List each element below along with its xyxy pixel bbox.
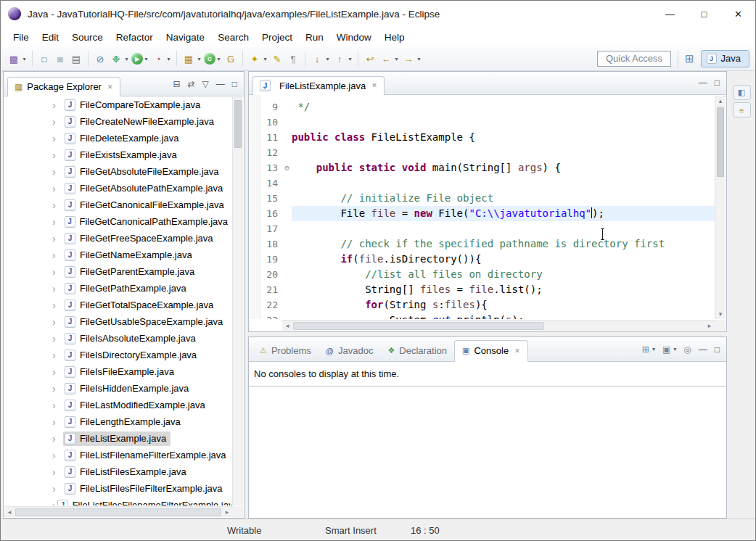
scrollbar-thumb[interactable]	[234, 100, 242, 148]
expand-arrow-icon[interactable]: ›	[52, 333, 63, 344]
editor-vertical-scrollbar[interactable]: ▴ ▾	[715, 96, 726, 319]
expand-arrow-icon[interactable]: ›	[52, 266, 63, 278]
code-line[interactable]: 10	[250, 115, 715, 130]
expand-arrow-icon[interactable]: ›	[52, 483, 63, 495]
scroll-left-icon[interactable]: ◂	[282, 322, 292, 329]
expand-arrow-icon[interactable]: ›	[52, 450, 63, 461]
package-explorer-horizontal-scrollbar[interactable]: ◂ ▸	[4, 506, 232, 517]
code-line[interactable]: 19 if(file.isDirectory()){	[250, 252, 715, 267]
forward-icon[interactable]: →	[401, 51, 416, 66]
new-wizard-icon[interactable]: ▩	[7, 51, 21, 66]
tree-item[interactable]: ›JFileGetNameExample.java	[4, 247, 232, 263]
maximize-button[interactable]: □	[687, 1, 721, 27]
menu-project[interactable]: Project	[255, 28, 299, 46]
code-line[interactable]: 20 //list all files on directory	[250, 267, 715, 282]
tree-item[interactable]: ›JFileIsAbsoluteExample.java	[4, 330, 232, 347]
code-line[interactable]: 18 // check if the specified pathname is…	[250, 236, 715, 252]
expand-arrow-icon[interactable]: ›	[52, 416, 63, 428]
code-line[interactable]: 12	[250, 145, 715, 160]
tree-item[interactable]: ›JFileGetCanonicalFileExample.java	[4, 197, 232, 213]
save-icon[interactable]: ◘	[37, 51, 52, 66]
expand-arrow-icon[interactable]: ›	[52, 316, 63, 328]
show-whitespace-icon[interactable]: ¶	[286, 51, 300, 66]
menu-window[interactable]: Window	[330, 28, 378, 46]
menu-refactor[interactable]: Refactor	[110, 28, 160, 46]
expand-arrow-icon[interactable]: ›	[52, 216, 63, 228]
pin-console-icon[interactable]: ◎	[683, 345, 691, 354]
expand-arrow-icon[interactable]: ›	[52, 400, 63, 411]
code-line[interactable]: 11public class FileListExample {	[250, 130, 715, 145]
code-line[interactable]: 21 String[] files = file.list();	[250, 282, 715, 297]
tree-item[interactable]: ›JFileLengthExample.java	[4, 413, 232, 430]
scroll-right-icon[interactable]: ▸	[704, 322, 715, 329]
run-icon[interactable]: ▶	[131, 53, 143, 65]
tree-item[interactable]: ›JFileCompareToExample.java	[4, 96, 232, 113]
expand-arrow-icon[interactable]: ›	[52, 233, 63, 244]
search-icon-dropdown[interactable]: ▾	[262, 56, 268, 62]
minimize-view-icon[interactable]: —	[699, 345, 707, 354]
expand-arrow-icon[interactable]: ›	[52, 199, 63, 211]
print-icon[interactable]: ▤	[69, 51, 83, 66]
debug-icon[interactable]: ❉	[109, 51, 123, 66]
menu-edit[interactable]: Edit	[36, 28, 65, 46]
status-cursor-position[interactable]: 16 : 50	[411, 525, 440, 536]
maximize-view-icon[interactable]: □	[715, 78, 720, 87]
scrollbar-thumb[interactable]	[293, 322, 544, 330]
menu-run[interactable]: Run	[299, 28, 330, 46]
next-annotation-icon[interactable]: ↓	[310, 51, 324, 66]
fold-collapse-icon[interactable]: ⊖	[282, 160, 292, 175]
expand-arrow-icon[interactable]: ›	[52, 350, 63, 361]
console-tab-console[interactable]: ▣Console✕	[454, 340, 528, 362]
tree-item[interactable]: ›JFileListFilesFileFilterExample.java	[4, 480, 232, 497]
new-java-project-icon[interactable]: ▦	[181, 51, 196, 66]
next-annotation-icon-dropdown[interactable]: ▾	[324, 56, 331, 62]
minimize-button[interactable]: —	[653, 1, 687, 27]
menu-search[interactable]: Search	[211, 28, 255, 46]
outline-view-icon[interactable]: ≡	[733, 102, 751, 117]
new-java-class-icon-dropdown[interactable]: ▾	[215, 56, 222, 62]
expand-arrow-icon[interactable]: ›	[52, 466, 63, 478]
code-line[interactable]: 22 for(String s:files){	[250, 297, 715, 313]
expand-arrow-icon[interactable]: ›	[52, 133, 63, 144]
open-type-icon[interactable]: G	[223, 51, 238, 66]
run-icon-dropdown[interactable]: ▾	[143, 56, 149, 62]
scroll-down-icon[interactable]: ▾	[715, 310, 726, 318]
forward-icon-dropdown[interactable]: ▾	[416, 56, 422, 62]
tree-item[interactable]: ›JFileLastModifiedExample.java	[4, 397, 232, 413]
scroll-left-icon[interactable]: ◂	[4, 508, 15, 516]
expand-arrow-icon[interactable]: ›	[52, 149, 63, 161]
mark-occurrences-icon[interactable]: ✎	[270, 51, 284, 66]
maximize-view-icon[interactable]: □	[232, 80, 237, 88]
view-menu-icon[interactable]: ▽	[202, 80, 209, 88]
expand-arrow-icon[interactable]: ›	[52, 383, 63, 395]
previous-annotation-icon-dropdown[interactable]: ▾	[347, 56, 353, 62]
display-console-icon-dropdown[interactable]: ▾	[673, 347, 676, 352]
tree-item[interactable]: ›JFileGetAbsoluteFileExample.java	[4, 163, 232, 180]
expand-arrow-icon[interactable]: ›	[52, 99, 63, 111]
debug-icon-dropdown[interactable]: ▾	[123, 56, 130, 62]
tree-item[interactable]: ›JFileGetPathExample.java	[4, 280, 232, 297]
skip-breakpoints-icon[interactable]: ⊘	[93, 51, 107, 66]
tree-item[interactable]: ›JFileGetAbsolutePathExample.java	[4, 180, 232, 197]
code-line[interactable]: 15 // initialize File object	[250, 191, 715, 206]
code-line[interactable]: 13⊖ public static void main(String[] arg…	[250, 160, 715, 175]
tree-item[interactable]: ›JFileGetTotalSpaceExample.java	[4, 297, 232, 313]
tree-item[interactable]: ›JFileListFilesFilenameFilterExample.jav…	[4, 497, 232, 505]
quick-access-box[interactable]: Quick Access	[597, 51, 671, 67]
expand-arrow-icon[interactable]: ›	[52, 433, 63, 445]
coverage-icon-dropdown[interactable]: ▾	[165, 56, 172, 62]
restore-views-icon[interactable]: ◧	[733, 85, 751, 100]
code-line[interactable]: 9 */	[250, 99, 715, 115]
tree-item[interactable]: ›JFileGetParentExample.java	[4, 263, 232, 280]
expand-arrow-icon[interactable]: ›	[52, 116, 63, 128]
tree-item[interactable]: ›JFileListExample.java	[4, 430, 232, 447]
save-all-icon[interactable]: ◙	[53, 51, 67, 66]
expand-arrow-icon[interactable]: ›	[52, 183, 63, 194]
new-console-icon-dropdown[interactable]: ▾	[652, 347, 655, 352]
previous-annotation-icon[interactable]: ↑	[332, 51, 347, 66]
new-wizard-icon-dropdown[interactable]: ▾	[21, 56, 28, 62]
tree-item[interactable]: ›JFileCreateNewFileExample.java	[4, 113, 232, 130]
close-button[interactable]: ✕	[721, 1, 755, 27]
code-line[interactable]: 14	[250, 175, 715, 191]
minimize-view-icon[interactable]: —	[216, 80, 225, 88]
